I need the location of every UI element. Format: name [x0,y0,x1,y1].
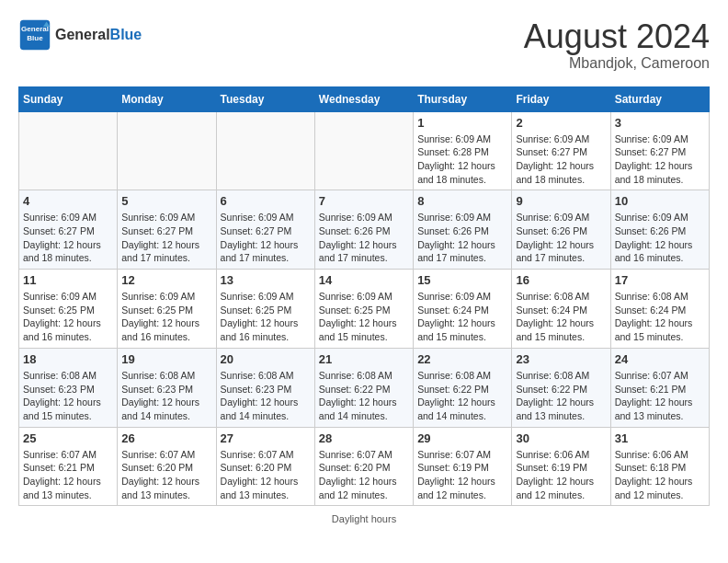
calendar-cell: 15Sunrise: 6:09 AM Sunset: 6:24 PM Dayli… [414,270,512,349]
day-info: Sunrise: 6:09 AM Sunset: 6:26 PM Dayligh… [319,211,409,265]
calendar-week-3: 11Sunrise: 6:09 AM Sunset: 6:25 PM Dayli… [19,270,710,349]
day-info: Sunrise: 6:09 AM Sunset: 6:25 PM Dayligh… [221,290,311,344]
day-info: Sunrise: 6:07 AM Sunset: 6:20 PM Dayligh… [221,448,311,502]
day-info: Sunrise: 6:08 AM Sunset: 6:24 PM Dayligh… [516,290,606,344]
calendar-cell: 8Sunrise: 6:09 AM Sunset: 6:26 PM Daylig… [414,190,512,270]
day-number: 26 [121,431,211,445]
day-info: Sunrise: 6:09 AM Sunset: 6:27 PM Dayligh… [615,132,705,187]
day-number: 1 [417,116,507,130]
day-info: Sunrise: 6:08 AM Sunset: 6:22 PM Dayligh… [319,369,409,423]
calendar-cell: 1Sunrise: 6:09 AM Sunset: 6:28 PM Daylig… [414,111,512,190]
day-number: 31 [615,431,705,445]
calendar-cell: 10Sunrise: 6:09 AM Sunset: 6:26 PM Dayli… [610,190,709,270]
calendar-header: SundayMondayTuesdayWednesdayThursdayFrid… [19,86,710,111]
day-number: 17 [615,273,705,287]
day-info: Sunrise: 6:09 AM Sunset: 6:25 PM Dayligh… [319,290,409,344]
logo-text: GeneralBlue [55,27,142,43]
calendar-footer: Daylight hours [18,513,710,524]
day-info: Sunrise: 6:09 AM Sunset: 6:27 PM Dayligh… [516,132,606,187]
weekday-header-tuesday: Tuesday [216,86,314,111]
calendar-cell: 14Sunrise: 6:09 AM Sunset: 6:25 PM Dayli… [314,270,413,349]
calendar-cell: 5Sunrise: 6:09 AM Sunset: 6:27 PM Daylig… [118,190,216,270]
calendar-cell: 28Sunrise: 6:07 AM Sunset: 6:20 PM Dayli… [314,427,413,506]
day-number: 14 [319,273,409,287]
day-info: Sunrise: 6:07 AM Sunset: 6:21 PM Dayligh… [615,369,705,423]
calendar-table: SundayMondayTuesdayWednesdayThursdayFrid… [18,86,710,507]
calendar-cell: 7Sunrise: 6:09 AM Sunset: 6:26 PM Daylig… [314,190,413,270]
day-info: Sunrise: 6:09 AM Sunset: 6:26 PM Dayligh… [417,211,507,265]
day-info: Sunrise: 6:09 AM Sunset: 6:25 PM Dayligh… [121,290,211,344]
calendar-cell: 30Sunrise: 6:06 AM Sunset: 6:19 PM Dayli… [512,427,610,506]
day-info: Sunrise: 6:09 AM Sunset: 6:26 PM Dayligh… [516,211,606,265]
day-info: Sunrise: 6:09 AM Sunset: 6:25 PM Dayligh… [23,290,113,344]
day-number: 10 [615,194,705,208]
calendar-cell [19,111,118,190]
calendar-cell: 4Sunrise: 6:09 AM Sunset: 6:27 PM Daylig… [19,190,118,270]
day-info: Sunrise: 6:08 AM Sunset: 6:23 PM Dayligh… [221,369,311,423]
day-info: Sunrise: 6:08 AM Sunset: 6:22 PM Dayligh… [417,369,507,423]
calendar-cell: 24Sunrise: 6:07 AM Sunset: 6:21 PM Dayli… [610,348,709,427]
calendar-cell: 23Sunrise: 6:08 AM Sunset: 6:22 PM Dayli… [512,348,610,427]
day-number: 27 [221,431,311,445]
calendar-cell: 11Sunrise: 6:09 AM Sunset: 6:25 PM Dayli… [19,270,118,349]
calendar-week-4: 18Sunrise: 6:08 AM Sunset: 6:23 PM Dayli… [19,348,710,427]
day-number: 15 [417,273,507,287]
day-info: Sunrise: 6:06 AM Sunset: 6:18 PM Dayligh… [615,448,705,502]
calendar-week-5: 25Sunrise: 6:07 AM Sunset: 6:21 PM Dayli… [19,427,710,506]
calendar-week-1: 1Sunrise: 6:09 AM Sunset: 6:28 PM Daylig… [19,111,710,190]
calendar-cell [216,111,314,190]
day-number: 2 [516,116,606,130]
day-number: 25 [23,431,113,445]
calendar-cell: 3Sunrise: 6:09 AM Sunset: 6:27 PM Daylig… [610,111,709,190]
calendar-cell: 31Sunrise: 6:06 AM Sunset: 6:18 PM Dayli… [610,427,709,506]
day-number: 6 [221,194,311,208]
weekday-header-row: SundayMondayTuesdayWednesdayThursdayFrid… [19,86,710,111]
calendar-cell [118,111,216,190]
day-info: Sunrise: 6:09 AM Sunset: 6:27 PM Dayligh… [23,211,113,265]
day-info: Sunrise: 6:09 AM Sunset: 6:27 PM Dayligh… [121,211,211,265]
calendar-cell: 13Sunrise: 6:09 AM Sunset: 6:25 PM Dayli… [216,270,314,349]
calendar-cell: 2Sunrise: 6:09 AM Sunset: 6:27 PM Daylig… [512,111,610,190]
calendar-cell: 26Sunrise: 6:07 AM Sunset: 6:20 PM Dayli… [118,427,216,506]
calendar-cell: 20Sunrise: 6:08 AM Sunset: 6:23 PM Dayli… [216,348,314,427]
day-info: Sunrise: 6:09 AM Sunset: 6:28 PM Dayligh… [417,132,507,187]
calendar-cell: 18Sunrise: 6:08 AM Sunset: 6:23 PM Dayli… [19,348,118,427]
calendar-cell [314,111,413,190]
weekday-header-sunday: Sunday [19,86,118,111]
calendar-cell: 6Sunrise: 6:09 AM Sunset: 6:27 PM Daylig… [216,190,314,270]
logo: General Blue GeneralBlue [18,18,142,52]
month-title: August 2024 [524,18,710,55]
calendar-cell: 19Sunrise: 6:08 AM Sunset: 6:23 PM Dayli… [118,348,216,427]
weekday-header-monday: Monday [118,86,216,111]
day-number: 5 [121,194,211,208]
weekday-header-friday: Friday [512,86,610,111]
day-number: 28 [319,431,409,445]
day-number: 8 [417,194,507,208]
footer-label: Daylight hours [332,513,396,524]
day-info: Sunrise: 6:06 AM Sunset: 6:19 PM Dayligh… [516,448,606,502]
day-number: 23 [516,352,606,366]
calendar-cell: 22Sunrise: 6:08 AM Sunset: 6:22 PM Dayli… [414,348,512,427]
day-number: 20 [221,352,311,366]
day-info: Sunrise: 6:09 AM Sunset: 6:27 PM Dayligh… [221,211,311,265]
day-number: 16 [516,273,606,287]
day-number: 29 [417,431,507,445]
calendar-cell: 29Sunrise: 6:07 AM Sunset: 6:19 PM Dayli… [414,427,512,506]
day-number: 22 [417,352,507,366]
day-info: Sunrise: 6:08 AM Sunset: 6:22 PM Dayligh… [516,369,606,423]
day-number: 7 [319,194,409,208]
day-info: Sunrise: 6:08 AM Sunset: 6:23 PM Dayligh… [121,369,211,423]
day-number: 30 [516,431,606,445]
calendar-cell: 21Sunrise: 6:08 AM Sunset: 6:22 PM Dayli… [314,348,413,427]
day-info: Sunrise: 6:07 AM Sunset: 6:19 PM Dayligh… [417,448,507,502]
day-number: 12 [121,273,211,287]
calendar-cell: 12Sunrise: 6:09 AM Sunset: 6:25 PM Dayli… [118,270,216,349]
day-info: Sunrise: 6:07 AM Sunset: 6:21 PM Dayligh… [23,448,113,502]
calendar-body: 1Sunrise: 6:09 AM Sunset: 6:28 PM Daylig… [19,111,710,506]
location-subtitle: Mbandjok, Cameroon [524,55,710,72]
day-number: 19 [121,352,211,366]
weekday-header-saturday: Saturday [610,86,709,111]
calendar-cell: 27Sunrise: 6:07 AM Sunset: 6:20 PM Dayli… [216,427,314,506]
calendar-cell: 9Sunrise: 6:09 AM Sunset: 6:26 PM Daylig… [512,190,610,270]
day-number: 18 [23,352,113,366]
